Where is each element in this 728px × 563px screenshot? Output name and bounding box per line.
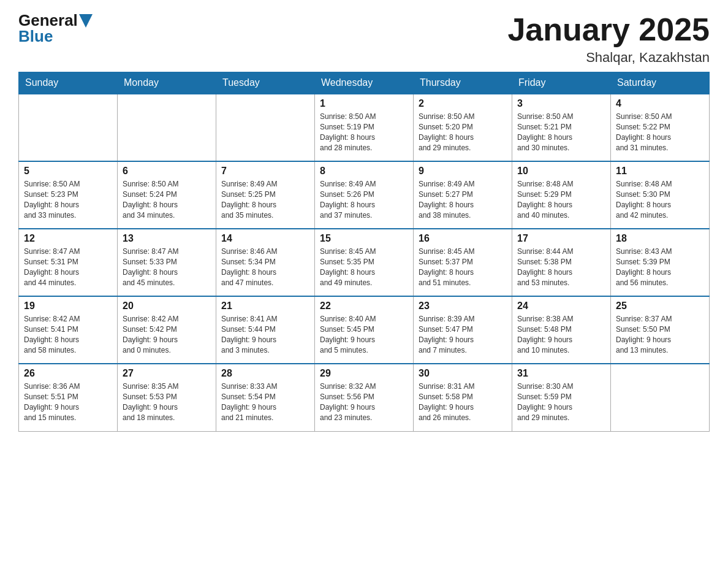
calendar-cell: 5Sunrise: 8:50 AM Sunset: 5:23 PM Daylig… <box>19 161 118 229</box>
calendar-cell: 3Sunrise: 8:50 AM Sunset: 5:21 PM Daylig… <box>512 94 611 161</box>
day-info: Sunrise: 8:50 AM Sunset: 5:21 PM Dayligh… <box>517 112 605 153</box>
calendar-cell: 28Sunrise: 8:33 AM Sunset: 5:54 PM Dayli… <box>216 364 315 431</box>
day-number: 1 <box>320 98 408 109</box>
day-info: Sunrise: 8:36 AM Sunset: 5:51 PM Dayligh… <box>24 381 112 423</box>
day-number: 2 <box>419 98 507 109</box>
svg-marker-0 <box>79 14 93 28</box>
calendar-cell: 11Sunrise: 8:48 AM Sunset: 5:30 PM Dayli… <box>611 161 710 229</box>
month-title: January 2025 <box>507 12 710 47</box>
day-number: 24 <box>517 301 605 312</box>
day-number: 15 <box>320 233 408 244</box>
day-info: Sunrise: 8:40 AM Sunset: 5:45 PM Dayligh… <box>320 314 408 355</box>
day-info: Sunrise: 8:45 AM Sunset: 5:35 PM Dayligh… <box>320 247 408 288</box>
logo-blue-text: Blue <box>18 28 93 44</box>
day-number: 8 <box>320 166 408 177</box>
day-info: Sunrise: 8:49 AM Sunset: 5:26 PM Dayligh… <box>320 179 408 220</box>
day-info: Sunrise: 8:49 AM Sunset: 5:25 PM Dayligh… <box>221 179 309 220</box>
logo-arrow-icon <box>79 14 93 28</box>
day-number: 10 <box>517 166 605 177</box>
day-number: 4 <box>616 98 704 109</box>
day-info: Sunrise: 8:47 AM Sunset: 5:31 PM Dayligh… <box>24 247 112 288</box>
day-info: Sunrise: 8:42 AM Sunset: 5:42 PM Dayligh… <box>123 314 211 355</box>
day-number: 28 <box>221 368 309 379</box>
day-number: 21 <box>221 301 309 312</box>
day-info: Sunrise: 8:35 AM Sunset: 5:53 PM Dayligh… <box>123 381 211 423</box>
calendar-cell: 4Sunrise: 8:50 AM Sunset: 5:22 PM Daylig… <box>611 94 710 161</box>
calendar-cell: 23Sunrise: 8:39 AM Sunset: 5:47 PM Dayli… <box>414 296 512 364</box>
day-info: Sunrise: 8:39 AM Sunset: 5:47 PM Dayligh… <box>419 314 507 355</box>
title-block: January 2025 Shalqar, Kazakhstan <box>507 12 710 66</box>
calendar-cell <box>611 364 710 431</box>
day-number: 16 <box>419 233 507 244</box>
calendar-week-1: 1Sunrise: 8:50 AM Sunset: 5:19 PM Daylig… <box>19 94 710 161</box>
calendar-table: SundayMondayTuesdayWednesdayThursdayFrid… <box>18 72 710 432</box>
calendar-cell: 21Sunrise: 8:41 AM Sunset: 5:44 PM Dayli… <box>216 296 315 364</box>
day-info: Sunrise: 8:42 AM Sunset: 5:41 PM Dayligh… <box>24 314 112 355</box>
calendar-cell: 27Sunrise: 8:35 AM Sunset: 5:53 PM Dayli… <box>118 364 216 431</box>
day-number: 5 <box>24 166 112 177</box>
day-info: Sunrise: 8:47 AM Sunset: 5:33 PM Dayligh… <box>123 247 211 288</box>
day-number: 17 <box>517 233 605 244</box>
day-info: Sunrise: 8:30 AM Sunset: 5:59 PM Dayligh… <box>517 381 605 423</box>
weekday-header-monday: Monday <box>118 72 216 94</box>
day-info: Sunrise: 8:44 AM Sunset: 5:38 PM Dayligh… <box>517 247 605 288</box>
day-number: 29 <box>320 368 408 379</box>
day-number: 11 <box>616 166 704 177</box>
calendar-cell <box>118 94 216 161</box>
day-number: 31 <box>517 368 605 379</box>
calendar-week-4: 19Sunrise: 8:42 AM Sunset: 5:41 PM Dayli… <box>19 296 710 364</box>
day-info: Sunrise: 8:50 AM Sunset: 5:24 PM Dayligh… <box>123 179 211 220</box>
calendar-cell: 12Sunrise: 8:47 AM Sunset: 5:31 PM Dayli… <box>19 229 118 296</box>
day-number: 14 <box>221 233 309 244</box>
calendar-week-3: 12Sunrise: 8:47 AM Sunset: 5:31 PM Dayli… <box>19 229 710 296</box>
day-number: 3 <box>517 98 605 109</box>
calendar-cell: 8Sunrise: 8:49 AM Sunset: 5:26 PM Daylig… <box>315 161 414 229</box>
page-header: General Blue January 2025 Shalqar, Kazak… <box>18 12 710 66</box>
calendar-week-5: 26Sunrise: 8:36 AM Sunset: 5:51 PM Dayli… <box>19 364 710 431</box>
calendar-body: 1Sunrise: 8:50 AM Sunset: 5:19 PM Daylig… <box>19 94 710 431</box>
weekday-header-wednesday: Wednesday <box>315 72 414 94</box>
calendar-cell: 29Sunrise: 8:32 AM Sunset: 5:56 PM Dayli… <box>315 364 414 431</box>
weekday-header-thursday: Thursday <box>414 72 512 94</box>
day-number: 30 <box>419 368 507 379</box>
day-number: 7 <box>221 166 309 177</box>
weekday-header-row: SundayMondayTuesdayWednesdayThursdayFrid… <box>19 72 710 94</box>
calendar-cell: 14Sunrise: 8:46 AM Sunset: 5:34 PM Dayli… <box>216 229 315 296</box>
day-info: Sunrise: 8:31 AM Sunset: 5:58 PM Dayligh… <box>419 381 507 423</box>
logo-general-text: General <box>18 12 78 28</box>
calendar-cell: 7Sunrise: 8:49 AM Sunset: 5:25 PM Daylig… <box>216 161 315 229</box>
day-info: Sunrise: 8:37 AM Sunset: 5:50 PM Dayligh… <box>616 314 704 355</box>
day-info: Sunrise: 8:50 AM Sunset: 5:23 PM Dayligh… <box>24 179 112 220</box>
calendar-cell <box>216 94 315 161</box>
day-number: 25 <box>616 301 704 312</box>
day-info: Sunrise: 8:32 AM Sunset: 5:56 PM Dayligh… <box>320 381 408 423</box>
day-number: 13 <box>123 233 211 244</box>
calendar-cell: 19Sunrise: 8:42 AM Sunset: 5:41 PM Dayli… <box>19 296 118 364</box>
day-number: 23 <box>419 301 507 312</box>
calendar-header: SundayMondayTuesdayWednesdayThursdayFrid… <box>19 72 710 94</box>
day-number: 6 <box>123 166 211 177</box>
calendar-cell: 25Sunrise: 8:37 AM Sunset: 5:50 PM Dayli… <box>611 296 710 364</box>
weekday-header-tuesday: Tuesday <box>216 72 315 94</box>
day-info: Sunrise: 8:43 AM Sunset: 5:39 PM Dayligh… <box>616 247 704 288</box>
calendar-cell: 1Sunrise: 8:50 AM Sunset: 5:19 PM Daylig… <box>315 94 414 161</box>
day-number: 9 <box>419 166 507 177</box>
calendar-cell: 13Sunrise: 8:47 AM Sunset: 5:33 PM Dayli… <box>118 229 216 296</box>
calendar-cell: 10Sunrise: 8:48 AM Sunset: 5:29 PM Dayli… <box>512 161 611 229</box>
day-info: Sunrise: 8:50 AM Sunset: 5:20 PM Dayligh… <box>419 112 507 153</box>
day-info: Sunrise: 8:33 AM Sunset: 5:54 PM Dayligh… <box>221 381 309 423</box>
weekday-header-friday: Friday <box>512 72 611 94</box>
day-number: 27 <box>123 368 211 379</box>
day-number: 19 <box>24 301 112 312</box>
calendar-cell <box>19 94 118 161</box>
calendar-cell: 6Sunrise: 8:50 AM Sunset: 5:24 PM Daylig… <box>118 161 216 229</box>
calendar-cell: 15Sunrise: 8:45 AM Sunset: 5:35 PM Dayli… <box>315 229 414 296</box>
calendar-cell: 17Sunrise: 8:44 AM Sunset: 5:38 PM Dayli… <box>512 229 611 296</box>
day-number: 12 <box>24 233 112 244</box>
day-info: Sunrise: 8:45 AM Sunset: 5:37 PM Dayligh… <box>419 247 507 288</box>
weekday-header-saturday: Saturday <box>611 72 710 94</box>
calendar-cell: 16Sunrise: 8:45 AM Sunset: 5:37 PM Dayli… <box>414 229 512 296</box>
day-info: Sunrise: 8:48 AM Sunset: 5:29 PM Dayligh… <box>517 179 605 220</box>
day-number: 20 <box>123 301 211 312</box>
day-info: Sunrise: 8:49 AM Sunset: 5:27 PM Dayligh… <box>419 179 507 220</box>
